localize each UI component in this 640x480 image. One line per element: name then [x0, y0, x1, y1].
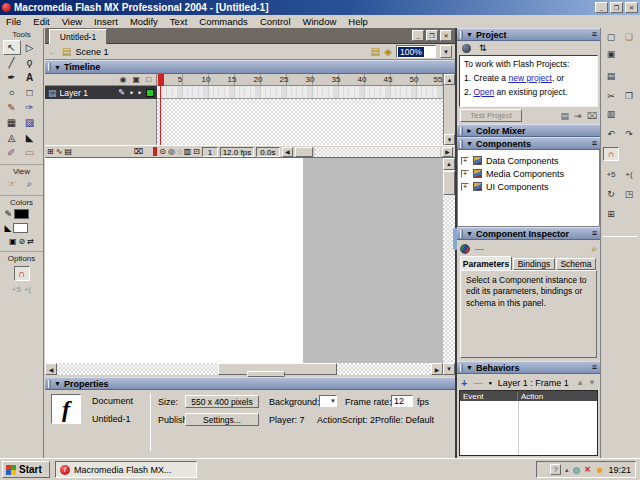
eraser-tool[interactable]: ▭: [21, 145, 39, 160]
layer-frames-row[interactable]: [157, 86, 443, 99]
timeline-hscroll-thumb[interactable]: [295, 147, 313, 157]
menu-view[interactable]: View: [56, 16, 88, 27]
frame-rate-input[interactable]: 12: [391, 395, 413, 407]
lock-column-icon[interactable]: ▣: [133, 75, 141, 84]
delete-layer-button[interactable]: ⌧: [134, 147, 143, 156]
properties-header[interactable]: ▼ Properties: [45, 377, 455, 390]
expand-plus-icon[interactable]: +: [461, 183, 469, 191]
version-control-icon[interactable]: [462, 44, 471, 53]
document-name-value[interactable]: Untitled-1: [92, 414, 131, 424]
tab-parameters[interactable]: Parameters: [460, 256, 512, 270]
components-item-label[interactable]: UI Components: [486, 182, 549, 192]
menu-window[interactable]: Window: [297, 16, 343, 27]
show-hide-column-icon[interactable]: ◉: [120, 75, 127, 84]
paste-button[interactable]: ▥: [603, 107, 619, 121]
edit-symbol-button[interactable]: ◈: [384, 46, 392, 57]
stage-hscroll-track-right[interactable]: [337, 363, 431, 375]
cut-button[interactable]: ✂: [603, 89, 619, 103]
component-inspector-gripper[interactable]: [460, 230, 463, 238]
behaviors-table-body[interactable]: [459, 401, 598, 456]
layer-outline-color-chip[interactable]: [146, 89, 154, 97]
menu-text[interactable]: Text: [164, 16, 193, 27]
undo-button[interactable]: ↶: [603, 127, 619, 141]
scale-button[interactable]: ◳: [621, 187, 637, 201]
components-gripper[interactable]: [460, 140, 463, 148]
save-file-button[interactable]: ▣: [603, 47, 619, 61]
menu-help[interactable]: Help: [342, 16, 374, 27]
background-color-swatch[interactable]: ▼: [319, 395, 337, 407]
color-mixer-gripper[interactable]: [460, 127, 463, 135]
rotate-button[interactable]: ↻: [603, 187, 619, 201]
zoom-select[interactable]: 100%: [396, 45, 436, 58]
elapsed-time-field[interactable]: 0.0s: [256, 147, 280, 157]
arrow-tool[interactable]: ↖: [3, 40, 21, 55]
stage-vscroll-thumb[interactable]: [443, 171, 455, 195]
minimize-button[interactable]: _: [595, 2, 608, 13]
project-gripper[interactable]: [460, 31, 463, 39]
text-tool[interactable]: A: [21, 70, 39, 85]
open-project-link[interactable]: Open: [473, 87, 494, 97]
insert-layer-folder-button[interactable]: ▤: [64, 147, 72, 156]
publish-settings-button[interactable]: Settings...: [185, 413, 259, 426]
layer-visible-dot-icon[interactable]: •: [130, 88, 133, 98]
subselection-tool[interactable]: ▷: [21, 40, 39, 55]
straighten-option-icon[interactable]: +5: [12, 285, 21, 294]
onion-skin-button[interactable]: ◎: [168, 147, 175, 156]
timeline-scroll-down-button[interactable]: ▼: [444, 134, 455, 145]
timeline-hscroll-track[interactable]: [315, 147, 440, 157]
components-panel-header[interactable]: ▼ Components ≡: [457, 137, 600, 150]
center-frame-button[interactable]: ⊙: [159, 147, 166, 156]
component-inspector-panel-header[interactable]: ▼ Component Inspector ≡: [457, 227, 600, 240]
menu-control[interactable]: Control: [254, 16, 297, 27]
rectangle-tool[interactable]: □: [21, 85, 39, 100]
remove-behavior-button[interactable]: —: [473, 378, 482, 388]
move-up-icon[interactable]: ▲: [576, 378, 584, 387]
tab-schema[interactable]: Schema: [556, 258, 596, 270]
current-frame-field[interactable]: 1: [202, 147, 218, 157]
add-motion-guide-button[interactable]: ∿: [56, 147, 63, 156]
new-file-button[interactable]: ▢: [603, 30, 619, 44]
frame-ruler[interactable]: 5 10 15 20 25 30 35 40 45 50 55: [157, 74, 443, 86]
modify-onion-markers-button[interactable]: ⊡: [193, 147, 200, 156]
project-options-menu-icon[interactable]: ≡: [592, 30, 597, 39]
behaviors-panel-header[interactable]: ▼ Behaviors ≡: [457, 361, 600, 374]
action-column-header[interactable]: Action: [518, 392, 543, 401]
frame-rate-field[interactable]: 12.0 fps: [220, 147, 254, 157]
behaviors-gripper[interactable]: [460, 364, 463, 372]
move-down-icon[interactable]: ▼: [588, 378, 596, 387]
onion-outline-button[interactable]: ◌: [177, 147, 182, 156]
components-tree-item[interactable]: + Media Components: [461, 167, 596, 180]
tray-caret-icon[interactable]: ▴: [565, 466, 569, 474]
project-delete-icon[interactable]: ⌧: [587, 111, 597, 121]
timeline-header[interactable]: ▼ Timeline: [45, 60, 455, 74]
stage-scroll-down-button[interactable]: ▼: [443, 363, 455, 375]
stage-scroll-right-button[interactable]: ▶: [431, 363, 443, 375]
components-tree-item[interactable]: + Data Components: [461, 154, 596, 167]
zoom-tool[interactable]: ⌕: [21, 176, 39, 191]
menu-file[interactable]: File: [0, 16, 27, 27]
stroke-color-swatch[interactable]: [14, 209, 29, 219]
project-panel-header[interactable]: ▼ Project ≡: [457, 28, 600, 41]
size-button[interactable]: 550 x 400 pixels: [185, 395, 259, 408]
mdi-close-button[interactable]: ✕: [440, 30, 452, 41]
restore-button[interactable]: ❐: [610, 2, 623, 13]
new-project-link[interactable]: new project: [508, 73, 551, 83]
edit-multiple-frames-button[interactable]: ▥: [184, 147, 192, 156]
pen-tool[interactable]: ✒: [3, 70, 21, 85]
timeline-scroll-up-button[interactable]: ▲: [444, 74, 455, 85]
timeline-scroll-right-button[interactable]: ▶: [442, 147, 453, 157]
title-bar[interactable]: Macromedia Flash MX Professional 2004 - …: [0, 0, 640, 15]
component-inspector-options-menu-icon[interactable]: ≡: [592, 229, 597, 238]
tray-clock[interactable]: 19:21: [608, 465, 631, 475]
pasteboard[interactable]: [303, 158, 443, 363]
event-column-header[interactable]: Event: [460, 392, 518, 401]
components-options-menu-icon[interactable]: ≡: [592, 139, 597, 148]
pencil-tool[interactable]: ✎: [3, 100, 21, 115]
stage-hscrollbar[interactable]: ◀ ▶: [45, 363, 443, 375]
properties-gripper[interactable]: [48, 380, 51, 388]
tray-user-icon[interactable]: ☻: [595, 465, 604, 475]
tab-bindings[interactable]: Bindings: [513, 258, 555, 270]
tray-mute-icon[interactable]: ✕: [584, 465, 591, 474]
mdi-restore-button[interactable]: ❐: [426, 30, 438, 41]
stage-scroll-left-button[interactable]: ◀: [45, 363, 57, 375]
